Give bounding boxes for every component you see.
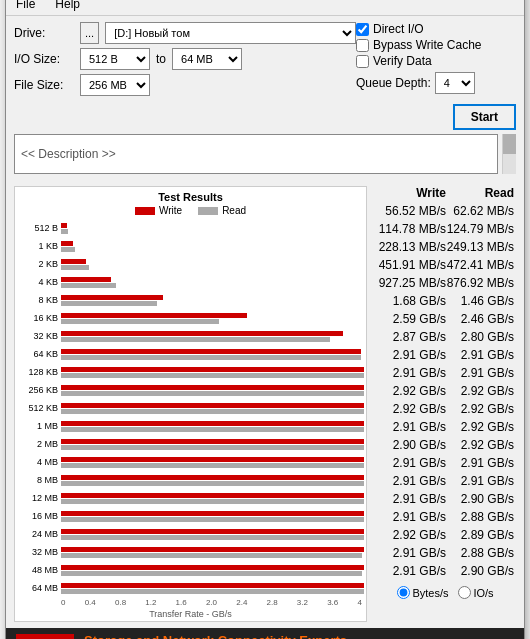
result-read: 472.41 MB/s (446, 258, 514, 272)
io-size-from-select[interactable]: 512 B (80, 48, 150, 70)
result-row: 2.90 GB/s2.92 GB/s (375, 436, 516, 454)
left-controls: Drive: ... [D:] Новый том I/O Size: 512 … (14, 22, 356, 130)
bypass-write-cache-row: Bypass Write Cache (356, 38, 516, 52)
result-write: 1.68 GB/s (378, 294, 446, 308)
result-read: 2.92 GB/s (446, 402, 514, 416)
io-per-sec-radio[interactable] (458, 586, 471, 599)
bar-group (61, 223, 364, 234)
bar-label: 128 KB (19, 367, 61, 377)
read-bar (61, 265, 89, 270)
result-read: 1.46 GB/s (446, 294, 514, 308)
bytes-per-sec-radio[interactable] (397, 586, 410, 599)
result-row: 2.91 GB/s2.91 GB/s (375, 346, 516, 364)
bar-group (61, 295, 364, 306)
bar-group (61, 331, 364, 342)
bar-group (61, 349, 364, 360)
result-write: 451.91 MB/s (378, 258, 446, 272)
chart-container: Test Results Write Read 512 B1 KB2 KB4 K… (14, 186, 367, 622)
result-write: 2.91 GB/s (378, 348, 446, 362)
menu-bar: File Help (6, 0, 524, 16)
results-header: Write Read (375, 186, 516, 200)
menu-file[interactable]: File (10, 0, 41, 13)
drive-select[interactable]: [D:] Новый том (105, 22, 356, 44)
read-bar (61, 355, 361, 360)
x-axis-label: Transfer Rate - GB/s (17, 609, 364, 619)
drive-label: Drive: (14, 26, 74, 40)
result-write: 2.87 GB/s (378, 330, 446, 344)
read-bar (61, 463, 364, 468)
result-row: 451.91 MB/s472.41 MB/s (375, 256, 516, 274)
chart-section: Test Results Write Read 512 B1 KB2 KB4 K… (14, 186, 516, 622)
result-read: 2.91 GB/s (446, 456, 514, 470)
result-row: 2.91 GB/s2.91 GB/s (375, 364, 516, 382)
chart-legend: Write Read (17, 205, 364, 216)
read-bar (61, 247, 75, 252)
result-write: 2.92 GB/s (378, 402, 446, 416)
io-size-to-select[interactable]: 64 MB (172, 48, 242, 70)
queue-depth-select[interactable]: 4 (435, 72, 475, 94)
direct-io-label: Direct I/O (373, 22, 424, 36)
write-bar (61, 367, 364, 372)
bar-label: 1 MB (19, 421, 61, 431)
bar-row: 8 MB (19, 472, 364, 488)
main-content: Drive: ... [D:] Новый том I/O Size: 512 … (6, 16, 524, 639)
write-bar (61, 475, 364, 480)
bar-row: 8 KB (19, 292, 364, 308)
result-write: 2.91 GB/s (378, 510, 446, 524)
verify-data-label: Verify Data (373, 54, 432, 68)
write-bar (61, 259, 86, 264)
result-row: 2.59 GB/s2.46 GB/s (375, 310, 516, 328)
bar-group (61, 277, 364, 288)
bar-group (61, 511, 364, 522)
bar-label: 512 B (19, 223, 61, 233)
start-button[interactable]: Start (453, 104, 516, 130)
description-box[interactable]: << Description >> (14, 134, 498, 174)
bar-row: 2 MB (19, 436, 364, 452)
bypass-write-cache-checkbox[interactable] (356, 39, 369, 52)
browse-button[interactable]: ... (80, 22, 99, 44)
bar-label: 4 MB (19, 457, 61, 467)
read-bar (61, 571, 362, 576)
read-bar (61, 589, 364, 594)
bar-label: 64 KB (19, 349, 61, 359)
bar-row: 1 MB (19, 418, 364, 434)
scrollbar-thumb (503, 134, 516, 154)
io-per-sec-label[interactable]: IO/s (458, 586, 493, 599)
file-size-label: File Size: (14, 78, 74, 92)
bar-row: 512 B (19, 220, 364, 236)
bytes-per-sec-label[interactable]: Bytes/s (397, 586, 448, 599)
result-row: 56.52 MB/s62.62 MB/s (375, 202, 516, 220)
result-write: 2.91 GB/s (378, 474, 446, 488)
result-row: 2.91 GB/s2.92 GB/s (375, 418, 516, 436)
bar-row: 32 MB (19, 544, 364, 560)
direct-io-checkbox[interactable] (356, 23, 369, 36)
read-bar (61, 535, 364, 540)
bar-group (61, 421, 364, 432)
bar-group (61, 313, 364, 324)
bar-label: 24 MB (19, 529, 61, 539)
bar-row: 12 MB (19, 490, 364, 506)
result-read: 62.62 MB/s (446, 204, 514, 218)
write-bar (61, 403, 364, 408)
result-read: 2.46 GB/s (446, 312, 514, 326)
bar-label: 32 MB (19, 547, 61, 557)
read-bar (61, 553, 362, 558)
write-bar (61, 511, 364, 516)
result-read: 2.92 GB/s (446, 384, 514, 398)
result-row: 2.91 GB/s2.88 GB/s (375, 508, 516, 526)
write-bar (61, 277, 111, 282)
result-row: 2.91 GB/s2.91 GB/s (375, 454, 516, 472)
verify-data-checkbox[interactable] (356, 55, 369, 68)
bar-label: 2 KB (19, 259, 61, 269)
description-scrollbar[interactable] (502, 134, 516, 174)
bar-row: 24 MB (19, 526, 364, 542)
results-rows-container: 56.52 MB/s62.62 MB/s114.78 MB/s124.79 MB… (375, 202, 516, 580)
write-bar (61, 565, 364, 570)
file-size-select[interactable]: 256 MB (80, 74, 150, 96)
read-bar (61, 409, 364, 414)
bar-group (61, 493, 364, 504)
menu-help[interactable]: Help (49, 0, 86, 13)
bar-group (61, 439, 364, 450)
bar-label: 16 MB (19, 511, 61, 521)
result-row: 2.92 GB/s2.89 GB/s (375, 526, 516, 544)
